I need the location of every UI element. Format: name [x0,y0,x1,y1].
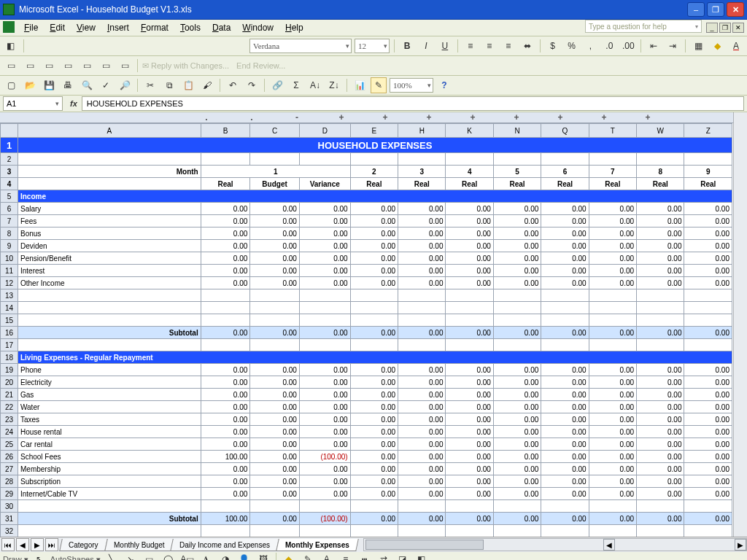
cell[interactable]: 0.00 [201,463,250,475]
cell[interactable] [684,153,732,166]
cell[interactable]: 0.00 [299,327,350,339]
percent-button[interactable]: % [564,38,580,54]
cell[interactable] [201,289,250,302]
cell[interactable] [250,525,300,537]
sheet-tab[interactable]: Daily Income and Expenses [170,539,279,551]
cell[interactable]: 0.00 [589,203,636,215]
decrease-indent-button[interactable]: ⇤ [646,38,662,54]
cell[interactable]: Subscription [18,475,201,488]
cell[interactable]: 0.00 [684,203,732,215]
cell[interactable] [299,525,350,537]
cell[interactable] [637,525,684,537]
cell[interactable] [299,500,350,513]
cell[interactable]: 0.00 [684,364,732,376]
cell[interactable]: 0.00 [541,364,589,376]
cell[interactable] [398,339,446,351]
vertical-scrollbar[interactable] [733,112,747,537]
cell[interactable] [541,302,589,314]
align-left-button[interactable]: ≡ [462,38,479,54]
horizontal-scrollbar[interactable]: ◀▶ [363,538,747,551]
cell[interactable]: 0.00 [637,389,684,401]
draw-menu[interactable]: Draw ▾ [3,555,28,561]
row-header[interactable]: 3 [1,166,18,178]
cell[interactable]: 0.00 [398,203,446,215]
row-header[interactable]: 16 [1,327,18,339]
cell[interactable]: 0.00 [299,203,350,215]
hyperlink-button[interactable]: 🔗 [269,77,285,93]
cell[interactable]: 9 [684,166,732,178]
cell[interactable]: 0.00 [589,265,636,277]
cell[interactable]: 0.00 [493,451,541,463]
cell[interactable]: 0.00 [250,203,300,215]
cell[interactable]: 0.00 [398,252,446,265]
cell[interactable]: 0.00 [250,364,300,376]
cell[interactable]: 0.00 [201,389,250,401]
cell[interactable] [637,500,684,513]
tool-icon[interactable]: ▭ [79,58,95,74]
line-style-button[interactable]: ≡ [338,551,354,560]
cell[interactable]: 0.00 [589,277,636,289]
cell[interactable]: 0.00 [250,228,300,240]
cell[interactable]: 0.00 [493,413,541,426]
row-header[interactable]: 14 [1,302,18,314]
row-header[interactable]: 4 [1,178,18,190]
cell[interactable]: 0.00 [350,215,398,228]
cell[interactable]: 0.00 [446,401,493,413]
outline-toggle[interactable]: + [626,112,670,122]
tool-icon[interactable]: ◧ [3,38,19,54]
cell[interactable]: 0.00 [637,364,684,376]
cell[interactable]: 0.00 [637,451,684,463]
cell[interactable]: 0.00 [541,215,589,228]
row-header[interactable]: 30 [1,500,18,513]
cell[interactable] [250,500,300,513]
menu-data[interactable]: Data [207,20,236,35]
redo-button[interactable]: ↷ [244,77,260,93]
row-header[interactable]: 24 [1,426,18,438]
row-header[interactable]: 6 [1,203,18,215]
cell[interactable] [201,500,250,513]
cell[interactable] [493,339,541,351]
cell[interactable]: 0.00 [446,389,493,401]
underline-button[interactable]: U [437,38,453,54]
cell[interactable]: 0.00 [493,401,541,413]
shadow-button[interactable]: ◪ [395,551,411,560]
cell[interactable]: 0.00 [299,401,350,413]
cell[interactable] [350,314,398,327]
cell[interactable]: 0.00 [446,228,493,240]
cell[interactable] [201,314,250,327]
cell[interactable]: 0.00 [589,513,636,525]
menu-tools[interactable]: Tools [175,20,206,35]
fill-color-draw-button[interactable]: ◆ [281,551,297,560]
row-header[interactable]: 23 [1,413,18,426]
cell[interactable]: 0.00 [350,401,398,413]
cell[interactable]: 0.00 [684,265,732,277]
cell[interactable]: 0.00 [398,215,446,228]
cell[interactable]: 0.00 [684,376,732,389]
cell[interactable] [493,525,541,537]
cell[interactable]: 0.00 [684,240,732,252]
copy-button[interactable]: ⧉ [161,77,177,93]
cell[interactable]: 0.00 [250,426,300,438]
cell[interactable] [18,314,201,327]
cell[interactable]: Interest [18,265,201,277]
cell[interactable]: 0.00 [589,401,636,413]
cell[interactable]: 0.00 [350,203,398,215]
cell[interactable]: 0.00 [493,265,541,277]
cell[interactable]: Other Income [18,277,201,289]
cell[interactable]: 0.00 [201,277,250,289]
cell[interactable]: 0.00 [589,426,636,438]
row-header[interactable]: 29 [1,488,18,500]
row-header[interactable]: 7 [1,215,18,228]
cell[interactable]: 1 [201,166,350,178]
cell[interactable] [18,178,201,190]
outline-toggle[interactable]: - [274,112,320,122]
cell[interactable]: 0.00 [684,277,732,289]
cell[interactable]: 0.00 [589,376,636,389]
cell[interactable]: 0.00 [637,513,684,525]
cell[interactable]: 2 [350,166,398,178]
cell[interactable]: 0.00 [350,364,398,376]
cell[interactable]: 0.00 [201,438,250,451]
chart-button[interactable]: 📊 [352,77,368,93]
drawing-button[interactable]: ✎ [371,77,387,93]
cell[interactable] [684,302,732,314]
